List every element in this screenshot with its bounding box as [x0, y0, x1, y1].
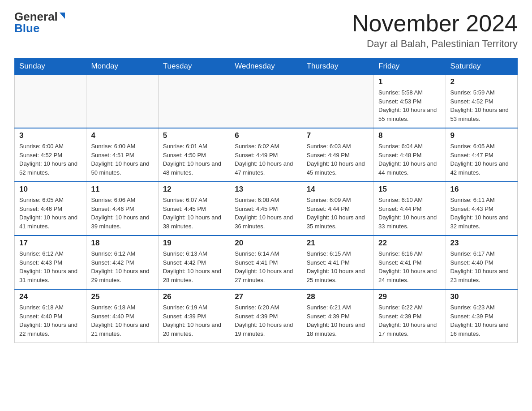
calendar-cell	[15, 75, 86, 128]
calendar-cell: 10Sunrise: 6:05 AM Sunset: 4:46 PM Dayli…	[15, 182, 86, 235]
day-info: Sunrise: 6:05 AM Sunset: 4:47 PM Dayligh…	[450, 142, 513, 177]
calendar-cell: 8Sunrise: 6:04 AM Sunset: 4:48 PM Daylig…	[374, 128, 446, 182]
day-number: 26	[163, 292, 225, 301]
day-info: Sunrise: 6:17 AM Sunset: 4:40 PM Dayligh…	[450, 249, 513, 284]
day-info: Sunrise: 6:09 AM Sunset: 4:44 PM Dayligh…	[307, 196, 369, 231]
column-header-monday: Monday	[86, 58, 158, 75]
calendar-table: SundayMondayTuesdayWednesdayThursdayFrid…	[14, 58, 518, 343]
calendar-cell: 20Sunrise: 6:14 AM Sunset: 4:41 PM Dayli…	[230, 235, 302, 289]
day-info: Sunrise: 6:11 AM Sunset: 4:43 PM Dayligh…	[450, 196, 513, 231]
logo-blue-text: Blue	[14, 22, 39, 34]
day-info: Sunrise: 6:03 AM Sunset: 4:49 PM Dayligh…	[307, 142, 369, 177]
day-number: 1	[378, 77, 441, 86]
day-number: 12	[163, 185, 225, 194]
day-number: 19	[163, 239, 225, 248]
day-info: Sunrise: 6:13 AM Sunset: 4:42 PM Dayligh…	[163, 249, 225, 284]
day-info: Sunrise: 6:10 AM Sunset: 4:44 PM Dayligh…	[378, 196, 441, 231]
calendar-cell: 26Sunrise: 6:19 AM Sunset: 4:39 PM Dayli…	[158, 289, 230, 343]
calendar-cell: 18Sunrise: 6:12 AM Sunset: 4:42 PM Dayli…	[86, 235, 158, 289]
calendar-cell: 12Sunrise: 6:07 AM Sunset: 4:45 PM Dayli…	[158, 182, 230, 235]
day-info: Sunrise: 6:02 AM Sunset: 4:49 PM Dayligh…	[235, 142, 297, 177]
calendar-cell: 29Sunrise: 6:22 AM Sunset: 4:39 PM Dayli…	[374, 289, 446, 343]
day-info: Sunrise: 6:20 AM Sunset: 4:39 PM Dayligh…	[235, 303, 297, 338]
day-info: Sunrise: 6:22 AM Sunset: 4:39 PM Dayligh…	[378, 303, 441, 338]
day-number: 25	[91, 292, 153, 301]
day-number: 24	[19, 292, 82, 301]
day-number: 23	[450, 239, 513, 248]
calendar-cell: 25Sunrise: 6:18 AM Sunset: 4:40 PM Dayli…	[86, 289, 158, 343]
calendar-cell: 1Sunrise: 5:58 AM Sunset: 4:53 PM Daylig…	[374, 75, 446, 128]
day-info: Sunrise: 6:12 AM Sunset: 4:42 PM Dayligh…	[91, 249, 153, 284]
calendar-cell	[158, 75, 230, 128]
calendar-cell: 13Sunrise: 6:08 AM Sunset: 4:45 PM Dayli…	[230, 182, 302, 235]
calendar-cell: 15Sunrise: 6:10 AM Sunset: 4:44 PM Dayli…	[374, 182, 446, 235]
day-number: 13	[235, 185, 297, 194]
day-number: 3	[19, 131, 82, 140]
day-number: 9	[450, 131, 513, 140]
day-info: Sunrise: 6:06 AM Sunset: 4:46 PM Dayligh…	[91, 196, 153, 231]
logo-general-text: General	[14, 11, 58, 22]
day-info: Sunrise: 6:08 AM Sunset: 4:45 PM Dayligh…	[235, 196, 297, 231]
day-number: 6	[235, 131, 297, 140]
calendar-cell: 28Sunrise: 6:21 AM Sunset: 4:39 PM Dayli…	[302, 289, 373, 343]
day-info: Sunrise: 6:01 AM Sunset: 4:50 PM Dayligh…	[163, 142, 225, 177]
day-info: Sunrise: 6:19 AM Sunset: 4:39 PM Dayligh…	[163, 303, 225, 338]
day-number: 14	[307, 185, 369, 194]
day-number: 18	[91, 239, 153, 248]
calendar-cell: 24Sunrise: 6:18 AM Sunset: 4:40 PM Dayli…	[15, 289, 86, 343]
day-info: Sunrise: 6:00 AM Sunset: 4:51 PM Dayligh…	[91, 142, 153, 177]
logo-triangle-icon	[60, 13, 65, 19]
day-number: 15	[378, 185, 441, 194]
calendar-cell: 4Sunrise: 6:00 AM Sunset: 4:51 PM Daylig…	[86, 128, 158, 182]
day-info: Sunrise: 6:15 AM Sunset: 4:41 PM Dayligh…	[307, 249, 369, 284]
day-number: 8	[378, 131, 441, 140]
calendar-cell: 9Sunrise: 6:05 AM Sunset: 4:47 PM Daylig…	[446, 128, 517, 182]
day-number: 5	[163, 131, 225, 140]
calendar-cell: 27Sunrise: 6:20 AM Sunset: 4:39 PM Dayli…	[230, 289, 302, 343]
calendar-cell: 16Sunrise: 6:11 AM Sunset: 4:43 PM Dayli…	[446, 182, 517, 235]
calendar-cell: 17Sunrise: 6:12 AM Sunset: 4:43 PM Dayli…	[15, 235, 86, 289]
calendar-subtitle: Dayr al Balah, Palestinian Territory	[352, 38, 518, 50]
day-info: Sunrise: 6:16 AM Sunset: 4:41 PM Dayligh…	[378, 249, 441, 284]
day-number: 22	[378, 239, 441, 248]
day-info: Sunrise: 6:18 AM Sunset: 4:40 PM Dayligh…	[91, 303, 153, 338]
day-number: 28	[307, 292, 369, 301]
day-info: Sunrise: 6:23 AM Sunset: 4:39 PM Dayligh…	[450, 303, 513, 338]
day-info: Sunrise: 6:07 AM Sunset: 4:45 PM Dayligh…	[163, 196, 225, 231]
column-header-wednesday: Wednesday	[230, 58, 302, 75]
calendar-cell	[230, 75, 302, 128]
day-number: 29	[378, 292, 441, 301]
calendar-cell	[302, 75, 373, 128]
title-area: November 2024 Dayr al Balah, Palestinian…	[352, 11, 518, 50]
day-info: Sunrise: 5:58 AM Sunset: 4:53 PM Dayligh…	[378, 88, 441, 123]
day-number: 2	[450, 77, 513, 86]
calendar-cell: 7Sunrise: 6:03 AM Sunset: 4:49 PM Daylig…	[302, 128, 373, 182]
logo: General Blue	[14, 11, 65, 34]
day-info: Sunrise: 6:00 AM Sunset: 4:52 PM Dayligh…	[19, 142, 82, 177]
day-number: 16	[450, 185, 513, 194]
calendar-cell	[86, 75, 158, 128]
day-number: 7	[307, 131, 369, 140]
day-number: 27	[235, 292, 297, 301]
day-number: 4	[91, 131, 153, 140]
calendar-cell: 11Sunrise: 6:06 AM Sunset: 4:46 PM Dayli…	[86, 182, 158, 235]
day-number: 20	[235, 239, 297, 248]
calendar-cell: 22Sunrise: 6:16 AM Sunset: 4:41 PM Dayli…	[374, 235, 446, 289]
column-header-sunday: Sunday	[15, 58, 86, 75]
day-info: Sunrise: 6:04 AM Sunset: 4:48 PM Dayligh…	[378, 142, 441, 177]
day-info: Sunrise: 6:05 AM Sunset: 4:46 PM Dayligh…	[19, 196, 82, 231]
calendar-cell: 14Sunrise: 6:09 AM Sunset: 4:44 PM Dayli…	[302, 182, 373, 235]
day-info: Sunrise: 5:59 AM Sunset: 4:52 PM Dayligh…	[450, 88, 513, 123]
column-header-tuesday: Tuesday	[158, 58, 230, 75]
page-header: General Blue November 2024 Dayr al Balah…	[14, 11, 518, 50]
day-info: Sunrise: 6:12 AM Sunset: 4:43 PM Dayligh…	[19, 249, 82, 284]
calendar-cell: 6Sunrise: 6:02 AM Sunset: 4:49 PM Daylig…	[230, 128, 302, 182]
calendar-cell: 21Sunrise: 6:15 AM Sunset: 4:41 PM Dayli…	[302, 235, 373, 289]
column-header-saturday: Saturday	[446, 58, 517, 75]
calendar-cell: 3Sunrise: 6:00 AM Sunset: 4:52 PM Daylig…	[15, 128, 86, 182]
calendar-cell: 30Sunrise: 6:23 AM Sunset: 4:39 PM Dayli…	[446, 289, 517, 343]
calendar-cell: 23Sunrise: 6:17 AM Sunset: 4:40 PM Dayli…	[446, 235, 517, 289]
column-header-friday: Friday	[374, 58, 446, 75]
day-info: Sunrise: 6:21 AM Sunset: 4:39 PM Dayligh…	[307, 303, 369, 338]
calendar-cell: 2Sunrise: 5:59 AM Sunset: 4:52 PM Daylig…	[446, 75, 517, 128]
